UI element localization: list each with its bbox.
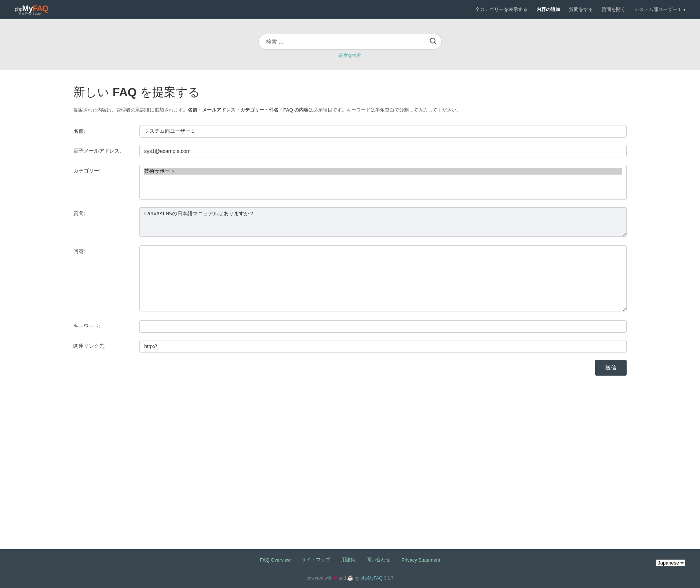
question-label: 質問: (73, 207, 139, 217)
nav-all-categories[interactable]: 全カテゴリーを表示する (475, 6, 528, 13)
footer-links: FAQ Overview サイトマップ 用語集 問い合わせ Privacy St… (260, 556, 440, 563)
search-icon (429, 37, 437, 44)
footer-contact[interactable]: 問い合わせ (367, 556, 390, 563)
email-label: 電子メールアドレス: (73, 145, 139, 154)
logo: phpMyFAQ The FAQ System. (15, 4, 48, 15)
footer-glossary[interactable]: 用語集 (341, 556, 356, 563)
name-input[interactable] (139, 125, 627, 138)
logo-php: php (15, 6, 22, 12)
submit-button[interactable]: 送信 (595, 360, 627, 376)
category-option[interactable]: 技術サポート (144, 168, 622, 175)
keyword-field (139, 320, 627, 333)
answer-field (139, 245, 627, 313)
email-field-container (139, 145, 627, 157)
email-row: 電子メールアドレス: (73, 145, 627, 157)
footer-top-row: FAQ Overview サイトマップ 用語集 問い合わせ Privacy St… (15, 556, 685, 569)
credits-and: and (339, 576, 347, 581)
svg-line-1 (434, 42, 436, 44)
logo-subtitle: The FAQ System. (15, 12, 48, 15)
keyword-input[interactable] (139, 320, 627, 333)
footer-lang-wrapper: Japanese English Deutsch Français 中文 (656, 559, 685, 566)
header: phpMyFAQ The FAQ System. 全カテゴリーを表示する 内容の… (0, 0, 700, 19)
main-content: 新しい FAQ を提案する 提案された内容は、管理者の承認後に追加されます。名前… (0, 70, 700, 549)
search-button[interactable] (429, 37, 437, 46)
nav-open-question[interactable]: 質問を開く (602, 6, 626, 13)
category-select[interactable]: 技術サポート (139, 165, 627, 200)
credits-prefix: powered with (306, 576, 333, 581)
suggest-faq-form: 名前: 電子メールアドレス: カテゴリー: 技術サポート 質問: (73, 125, 627, 376)
keyword-row: キーワード: (73, 320, 627, 333)
name-label: 名前: (73, 125, 139, 135)
nav-add-content[interactable]: 内容の追加 (536, 6, 560, 13)
answer-row: 回答: (73, 245, 627, 313)
link-field (139, 340, 627, 353)
page-description: 提案された内容は、管理者の承認後に追加されます。名前・メールアドレス・カテゴリー… (73, 106, 627, 114)
answer-textarea[interactable] (139, 245, 627, 311)
email-input[interactable] (139, 145, 627, 157)
answer-label: 回答: (73, 245, 139, 255)
phpmyfaq-link[interactable]: phpMyFAQ (361, 576, 383, 581)
search-section: 高度な検索 (0, 19, 700, 70)
link-label: 関連リンク先: (73, 340, 139, 350)
language-select[interactable]: Japanese English Deutsch Français 中文 (656, 559, 685, 566)
submit-row: 送信 (73, 360, 627, 376)
search-bar-container (258, 34, 442, 50)
name-field (139, 125, 627, 138)
heart-icon: ❤ (333, 576, 337, 581)
page-title: 新しい FAQ を提案する (73, 84, 627, 101)
category-label: カテゴリー: (73, 165, 139, 174)
credits-by: by (355, 576, 361, 581)
question-field: CanvasLMSの日本語マニュアルはありますか？ (139, 207, 627, 238)
nav-ask-question[interactable]: 質問をする (569, 6, 593, 13)
credits-version: 3.1.7 (384, 576, 394, 581)
category-row: カテゴリー: 技術サポート (73, 165, 627, 200)
advanced-search-link[interactable]: 高度な検索 (339, 52, 361, 59)
footer-faq-overview[interactable]: FAQ Overview (260, 557, 291, 563)
question-textarea[interactable]: CanvasLMSの日本語マニュアルはありますか？ (139, 207, 627, 237)
coffee-icon: ☕ (347, 575, 353, 581)
footer-privacy[interactable]: Privacy Statement (401, 557, 440, 563)
link-row: 関連リンク先: (73, 340, 627, 353)
question-row: 質問: CanvasLMSの日本語マニュアルはありますか？ (73, 207, 627, 238)
user-dropdown[interactable]: システム部ユーザー１ (634, 6, 685, 13)
search-input[interactable] (258, 34, 442, 50)
main-nav: 全カテゴリーを表示する 内容の追加 質問をする 質問を開く システム部ユーザー１ (475, 6, 685, 13)
footer: FAQ Overview サイトマップ 用語集 問い合わせ Privacy St… (0, 549, 700, 588)
keyword-label: キーワード: (73, 320, 139, 330)
link-input[interactable] (139, 340, 627, 353)
footer-sitemap[interactable]: サイトマップ (302, 556, 330, 563)
name-row: 名前: (73, 125, 627, 138)
footer-credits: powered with ❤ and ☕ by phpMyFAQ 3.1.7 (15, 575, 685, 581)
category-field: 技術サポート (139, 165, 627, 200)
